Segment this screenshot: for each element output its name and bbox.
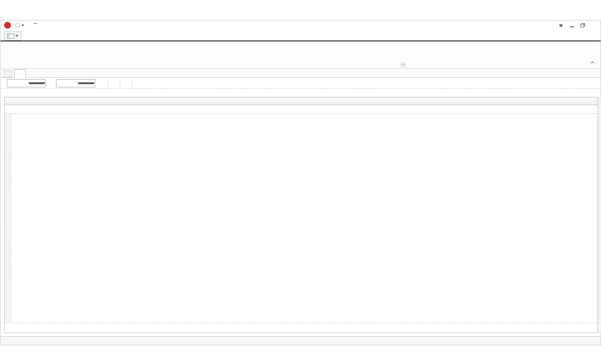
- window-controls: [557, 22, 597, 29]
- grid-autofilter-row: [5, 105, 597, 114]
- minimize-button[interactable]: [568, 22, 575, 29]
- desktop: [0, 0, 601, 364]
- statusbar: [0, 336, 601, 345]
- grid-header-row: [5, 97, 597, 105]
- close-button[interactable]: [590, 22, 597, 29]
- app-logo-icon: [4, 22, 11, 29]
- ribbon-group-reports: [0, 41, 407, 69]
- ribbon-collapse-button[interactable]: [590, 60, 596, 66]
- titlebar: [0, 20, 601, 31]
- divider: [132, 80, 132, 87]
- document-tabstrip: [0, 69, 601, 78]
- grid-empty-area: [5, 114, 597, 323]
- restore-button[interactable]: [579, 22, 586, 29]
- divider: [120, 80, 120, 87]
- dropdown-icon[interactable]: [26, 82, 46, 84]
- ribbon: [0, 41, 601, 69]
- filter-toolbar: [0, 78, 601, 89]
- grid-totals-row: [5, 323, 597, 333]
- close-active-tab-button[interactable]: [589, 70, 597, 77]
- account-menu-button[interactable]: [15, 23, 24, 28]
- from-date-input[interactable]: [7, 79, 46, 87]
- ribbon-caption-row: [0, 62, 407, 68]
- layout-switch-button[interactable]: [4, 31, 21, 40]
- ribbon-dialog-launcher-icon[interactable]: [401, 62, 406, 67]
- fullscreen-button[interactable]: [557, 22, 564, 29]
- menubar: [0, 31, 601, 40]
- chevron-down-icon: [15, 35, 18, 37]
- chevron-up-icon: [591, 61, 594, 65]
- quick-access-dropdown[interactable]: [33, 23, 38, 28]
- layout-icon: [7, 34, 14, 39]
- titlebar-left: [4, 22, 38, 29]
- tab-tong-ket-ban-hang[interactable]: [14, 69, 26, 78]
- to-date-input[interactable]: [56, 79, 95, 87]
- data-grid: [4, 97, 598, 333]
- close-all-tabs-button[interactable]: [4, 70, 12, 77]
- divider: [107, 80, 108, 87]
- dropdown-icon[interactable]: [76, 82, 95, 84]
- circle-icon: [15, 23, 20, 28]
- app-window: [0, 20, 601, 345]
- vertical-scrollbar[interactable]: [598, 97, 601, 333]
- chevron-down-icon: [21, 25, 24, 26]
